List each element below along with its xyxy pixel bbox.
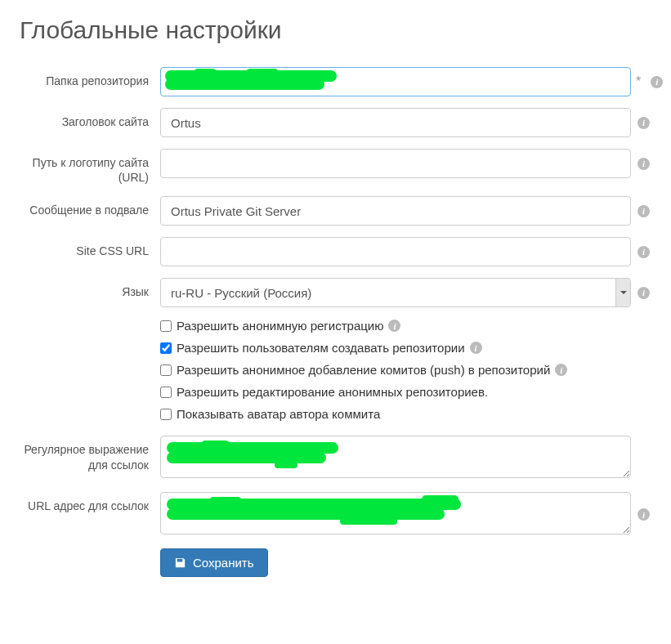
checkbox-label: Показывать аватар автора коммита	[177, 407, 380, 421]
checkbox-group: Разрешить анонимную регистрацию i Разреш…	[160, 319, 651, 421]
checkbox-edit-anon-repos[interactable]	[160, 387, 172, 398]
checkbox-row: Показывать аватар автора коммита	[160, 407, 651, 421]
checkbox-users-create-repos[interactable]	[160, 342, 172, 354]
required-marker: *	[631, 74, 644, 89]
save-icon	[174, 557, 186, 569]
link-regex-input[interactable]	[160, 436, 631, 478]
checkbox-label: Разрешить редактирование анонимных репоз…	[177, 385, 488, 399]
checkbox-row: Разрешить анонимную регистрацию i	[160, 319, 651, 333]
label-footer-msg: Сообщение в подвале	[20, 196, 160, 217]
row-link-regex: Регулярное выражение для ссылок i	[20, 436, 651, 481]
label-site-title: Заголовок сайта	[20, 108, 160, 129]
checkbox-row: Разрешить пользователям создавать репози…	[160, 341, 651, 355]
logo-url-input[interactable]	[160, 149, 631, 178]
checkbox-row: Разрешить редактирование анонимных репоз…	[160, 385, 651, 399]
label-site-css: Site CSS URL	[20, 237, 160, 258]
checkbox-anon-register[interactable]	[160, 320, 172, 332]
checkbox-anon-push[interactable]	[160, 364, 172, 376]
info-icon[interactable]: i	[637, 158, 650, 170]
label-logo-url: Путь к логотипу сайта (URL)	[20, 149, 160, 185]
site-title-input[interactable]	[160, 108, 631, 137]
row-logo-url: Путь к логотипу сайта (URL) i	[20, 149, 651, 185]
checkbox-show-avatar[interactable]	[160, 409, 172, 420]
label-link-url: URL адрес для ссылок	[20, 492, 160, 513]
language-select[interactable]: ru-RU - Русский (Россия)	[160, 278, 631, 307]
site-css-input[interactable]	[160, 237, 631, 266]
info-icon[interactable]: i	[637, 508, 650, 521]
label-language: Язык	[20, 278, 160, 299]
checkbox-label: Разрешить анонимную регистрацию	[177, 319, 383, 333]
label-repo-folder: Папка репозитория	[20, 67, 160, 88]
info-icon[interactable]: i	[637, 117, 650, 129]
row-repo-folder: Папка репозитория * i	[20, 67, 651, 96]
row-footer-msg: Сообщение в подвале i	[20, 196, 651, 226]
info-icon[interactable]: i	[388, 320, 400, 332]
info-icon[interactable]: i	[637, 287, 650, 299]
info-icon[interactable]: i	[637, 205, 650, 217]
page-title: Глобальные настройки	[20, 16, 651, 44]
info-icon[interactable]: i	[637, 246, 650, 258]
info-icon[interactable]: i	[555, 364, 567, 376]
save-button-label: Сохранить	[193, 556, 254, 570]
info-icon[interactable]: i	[651, 76, 663, 88]
row-site-title: Заголовок сайта i	[20, 108, 651, 137]
link-url-input[interactable]	[160, 492, 631, 534]
info-icon[interactable]: i	[470, 342, 482, 354]
row-site-css: Site CSS URL i	[20, 237, 651, 266]
checkbox-label: Разрешить пользователям создавать репози…	[177, 341, 465, 355]
footer-msg-input[interactable]	[160, 196, 631, 226]
checkbox-row: Разрешить анонимное добавление комитов (…	[160, 363, 651, 377]
label-link-regex: Регулярное выражение для ссылок	[20, 436, 160, 472]
checkbox-label: Разрешить анонимное добавление комитов (…	[177, 363, 550, 377]
row-link-url: URL адрес для ссылок i	[20, 492, 651, 537]
save-button[interactable]: Сохранить	[160, 548, 268, 577]
repo-folder-input[interactable]	[160, 67, 631, 96]
row-language: Язык ru-RU - Русский (Россия) i	[20, 278, 651, 307]
